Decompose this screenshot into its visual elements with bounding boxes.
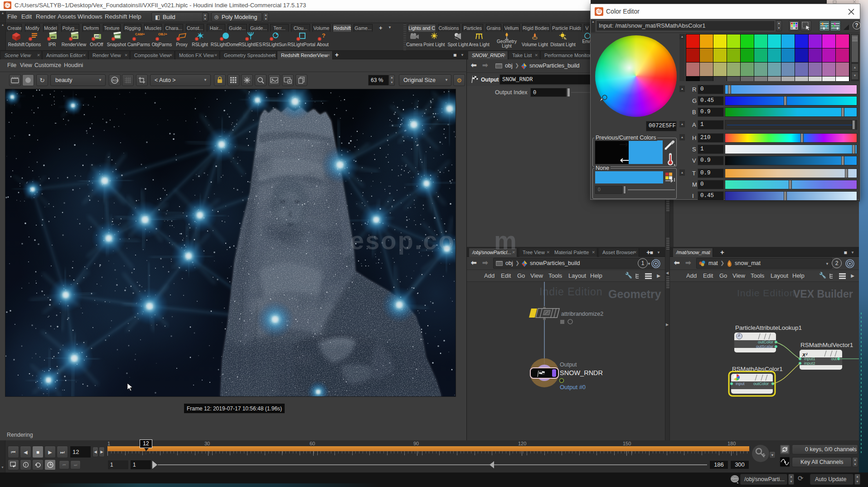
- svg-text:out: out: [831, 357, 837, 361]
- svg-text:IPR: IPR: [73, 36, 78, 39]
- svg-text:IPR: IPR: [51, 36, 56, 39]
- svg-text:IPR: IPR: [95, 35, 99, 38]
- svg-text:Output: Output: [560, 362, 577, 368]
- svg-text:ParticleAttributeLookup1: ParticleAttributeLookup1: [735, 324, 802, 331]
- svg-text:RSMathMulVector1: RSMathMulVector1: [800, 342, 853, 348]
- svg-text:?: ?: [322, 32, 325, 39]
- svg-text:attribrandomize2: attribrandomize2: [561, 311, 603, 317]
- svg-text:RSMathAbsColor1: RSMathAbsColor1: [732, 366, 783, 372]
- svg-text:Output #0: Output #0: [560, 384, 586, 391]
- svg-text:CAM+: CAM+: [135, 32, 145, 36]
- svg-text:outColor: outColor: [753, 381, 769, 386]
- svg-text:input1: input1: [804, 357, 815, 361]
- svg-text:SNOW_RNDR: SNOW_RNDR: [560, 369, 603, 376]
- svg-text:outScalar: outScalar: [756, 344, 773, 349]
- svg-text:input: input: [736, 381, 745, 386]
- svg-text:input2: input2: [804, 361, 815, 366]
- svg-text:outColor: outColor: [758, 340, 773, 344]
- svg-text:RGB: RGB: [112, 79, 119, 82]
